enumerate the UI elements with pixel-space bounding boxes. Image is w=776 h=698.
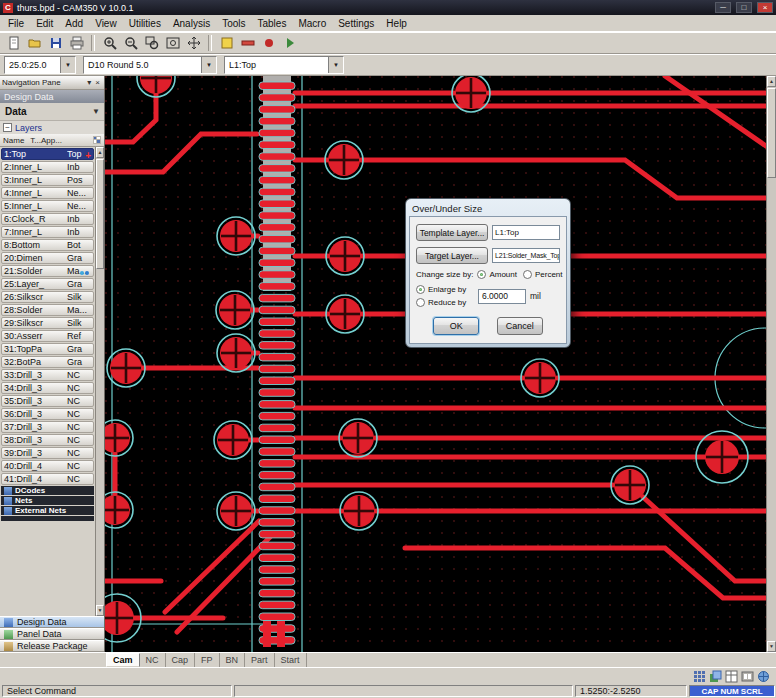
layer-row-7:Inner_L[interactable]: 7:Inner_LInb (1, 226, 94, 238)
layer-row-37:Drill_3[interactable]: 37:Drill_3NC (1, 421, 94, 433)
menu-settings[interactable]: Settings (332, 17, 380, 30)
layer-row-2:Inner_L[interactable]: 2:Inner_LInb (1, 161, 94, 173)
layer-row-1:Top[interactable]: 1:TopTop+ (1, 148, 94, 160)
layer-row-26:Silkscr[interactable]: 26:SilkscrSilk (1, 291, 94, 303)
collapse-icon[interactable]: − (3, 123, 12, 132)
cancel-button[interactable]: Cancel (497, 317, 543, 335)
minimize-button[interactable]: ─ (715, 2, 731, 13)
layer-row-33:Drill_3[interactable]: 33:Drill_3NC (1, 369, 94, 381)
tab-cam[interactable]: Cam (106, 653, 140, 667)
chevron-down-icon[interactable]: ▼ (201, 57, 216, 73)
macro-play-icon[interactable] (280, 34, 299, 52)
scrollbar-thumb[interactable] (767, 88, 776, 178)
canvas-vertical-scrollbar[interactable]: ▲ ▼ (766, 76, 776, 652)
measure-icon[interactable] (238, 34, 257, 52)
scrollbar-thumb[interactable] (96, 159, 104, 269)
enlarge-radio[interactable]: Enlarge by (416, 285, 472, 294)
menu-tables[interactable]: Tables (252, 17, 293, 30)
new-file-icon[interactable] (4, 34, 23, 52)
close-button[interactable]: × (757, 2, 773, 13)
menu-macro[interactable]: Macro (292, 17, 332, 30)
layer-row-32:BotPa[interactable]: 32:BotPaGra (1, 356, 94, 368)
tab-start[interactable]: Start (275, 653, 307, 667)
amount-radio[interactable]: Amount (477, 270, 517, 279)
layer-row-21:Solder[interactable]: 21:SolderMa... (1, 265, 94, 277)
scroll-up-icon[interactable]: ▲ (767, 76, 776, 87)
sidebar-scrollbar[interactable]: ▲ ▼ (95, 147, 104, 616)
menu-analysis[interactable]: Analysis (167, 17, 216, 30)
tab-part[interactable]: Part (245, 653, 275, 667)
ok-button[interactable]: OK (433, 317, 479, 335)
scroll-down-icon[interactable]: ▼ (96, 605, 104, 616)
grid-icon[interactable] (693, 670, 706, 683)
zoom-window-icon[interactable] (142, 34, 161, 52)
zoom-in-icon[interactable] (100, 34, 119, 52)
layer-row-36:Drill_3[interactable]: 36:Drill_3NC (1, 408, 94, 420)
target-layer-field[interactable]: L21:Solder_Mask_Top (492, 248, 560, 263)
layer-row-20:Dimen[interactable]: 20:DimenGra (1, 252, 94, 264)
open-file-icon[interactable] (25, 34, 44, 52)
percent-radio[interactable]: Percent (523, 270, 563, 279)
data-combo[interactable]: Data ▼ (0, 103, 104, 121)
close-pane-icon[interactable]: × (93, 78, 102, 87)
layer-row-29:Silkscr[interactable]: 29:SilkscrSilk (1, 317, 94, 329)
zoom-out-icon[interactable] (121, 34, 140, 52)
layer-row-39:Drill_3[interactable]: 39:Drill_3NC (1, 447, 94, 459)
tab-bn[interactable]: BN (220, 653, 246, 667)
grid-combo[interactable]: 25.0:25.0 ▼ (4, 56, 76, 74)
world-view-icon[interactable] (757, 670, 770, 683)
size-value-field[interactable]: 6.0000 (478, 289, 526, 304)
target-layer-button[interactable]: Target Layer... (416, 247, 488, 264)
menu-view[interactable]: View (89, 17, 123, 30)
tree-item-nets[interactable]: Nets (1, 496, 94, 505)
nav-button-release-package[interactable]: Release Package (0, 640, 104, 652)
layers-tree-header[interactable]: − Layers (0, 121, 104, 134)
layer-list-column-header[interactable]: Name T...App... (0, 134, 104, 147)
layer-row-25:Layer_[interactable]: 25:Layer_Gra (1, 278, 94, 290)
scroll-down-icon[interactable]: ▼ (767, 641, 776, 652)
template-layer-button[interactable]: Template Layer... (416, 224, 488, 241)
maximize-button[interactable]: □ (736, 2, 752, 13)
highlight-icon[interactable] (217, 34, 236, 52)
menu-add[interactable]: Add (59, 17, 89, 30)
layer-row-5:Inner_L[interactable]: 5:Inner_LNe... (1, 200, 94, 212)
layer-row-41:Drill_4[interactable]: 41:Drill_4NC (1, 473, 94, 485)
layer-row-30:Asserr[interactable]: 30:AsserrRef (1, 330, 94, 342)
menu-file[interactable]: File (2, 17, 30, 30)
tab-fp[interactable]: FP (195, 653, 220, 667)
print-icon[interactable] (67, 34, 86, 52)
layer-row-34:Drill_3[interactable]: 34:Drill_3NC (1, 382, 94, 394)
tree-item-external-nets[interactable]: External Nets (1, 506, 94, 515)
layer-row-4:Inner_L[interactable]: 4:Inner_LNe... (1, 187, 94, 199)
menu-edit[interactable]: Edit (30, 17, 59, 30)
menu-tools[interactable]: Tools (216, 17, 251, 30)
scroll-up-icon[interactable]: ▲ (96, 147, 104, 158)
pan-icon[interactable] (184, 34, 203, 52)
layer-row-38:Drill_3[interactable]: 38:Drill_3NC (1, 434, 94, 446)
zoom-all-icon[interactable] (163, 34, 182, 52)
layers-icon[interactable] (709, 670, 722, 683)
template-layer-field[interactable]: L1:Top (492, 225, 560, 240)
chevron-down-icon[interactable]: ▼ (328, 57, 343, 73)
tree-item-dcodes[interactable]: DCodes (1, 486, 94, 495)
active-layer-combo[interactable]: L1:Top ▼ (224, 56, 344, 74)
dialog-titlebar[interactable]: Over/Under Size (409, 201, 567, 216)
layer-row-28:Solder[interactable]: 28:SolderMa... (1, 304, 94, 316)
film-icon[interactable] (741, 670, 754, 683)
chevron-down-icon[interactable]: ▾ (85, 78, 93, 87)
layer-row-35:Drill_3[interactable]: 35:Drill_3NC (1, 395, 94, 407)
tables-icon[interactable] (725, 670, 738, 683)
macro-record-icon[interactable] (259, 34, 278, 52)
chevron-down-icon[interactable]: ▼ (90, 107, 102, 116)
tab-nc[interactable]: NC (140, 653, 166, 667)
menu-help[interactable]: Help (380, 17, 413, 30)
pcb-viewport[interactable]: Over/Under Size Template Layer... L1:Top… (105, 76, 766, 652)
layer-row-31:TopPa[interactable]: 31:TopPaGra (1, 343, 94, 355)
dcode-combo[interactable]: D10 Round 5.0 ▼ (83, 56, 217, 74)
nav-button-panel-data[interactable]: Panel Data (0, 628, 104, 640)
tab-cap[interactable]: Cap (166, 653, 196, 667)
layer-row-3:Inner_L[interactable]: 3:Inner_LPos (1, 174, 94, 186)
layer-row-6:Clock_R[interactable]: 6:Clock_RInb (1, 213, 94, 225)
layer-row-40:Drill_4[interactable]: 40:Drill_4NC (1, 460, 94, 472)
save-icon[interactable] (46, 34, 65, 52)
